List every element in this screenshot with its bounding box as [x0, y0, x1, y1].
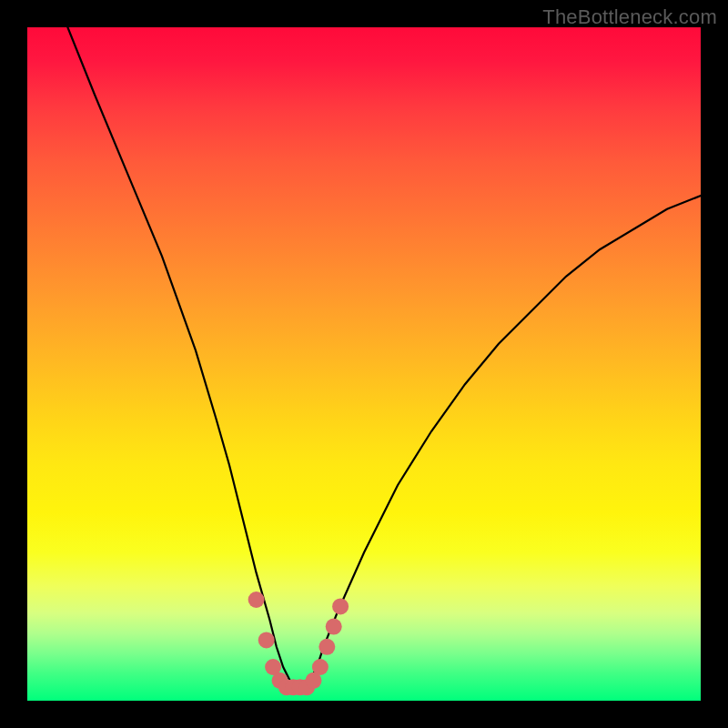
- plot-area: [27, 27, 701, 701]
- marker-dot: [326, 619, 342, 635]
- watermark-text: TheBottleneck.com: [542, 5, 717, 29]
- chart-svg: [27, 27, 701, 701]
- marker-dot: [312, 659, 329, 675]
- highlight-markers: [248, 592, 349, 695]
- bottleneck-curve-line: [67, 27, 701, 687]
- marker-dot: [258, 632, 275, 648]
- marker-dot: [318, 639, 335, 655]
- marker-dot: [332, 598, 349, 614]
- marker-dot: [248, 592, 265, 608]
